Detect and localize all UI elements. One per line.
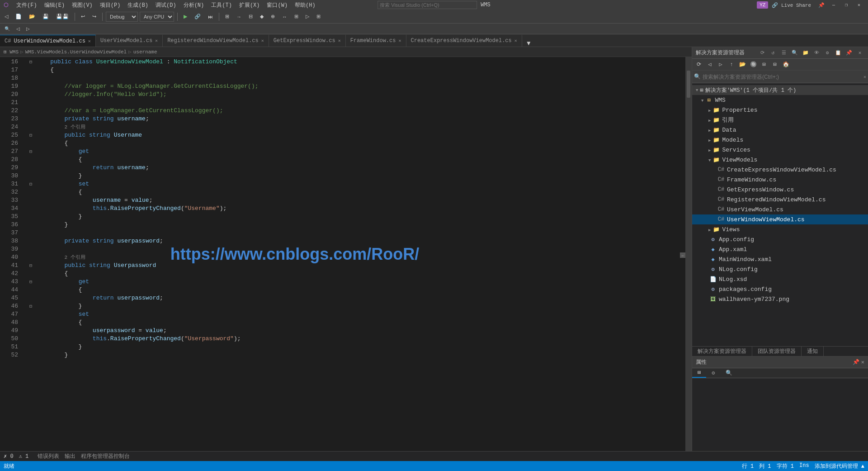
sol-tb-filter[interactable]: ⊟ bbox=[759, 60, 769, 70]
data-expand-icon[interactable] bbox=[708, 127, 711, 133]
error-count[interactable]: ✗ 0 bbox=[4, 453, 14, 460]
sol-tb-folder[interactable]: 📂 bbox=[737, 60, 747, 70]
menu-edit[interactable]: 编辑(E) bbox=[42, 0, 68, 10]
search-close[interactable]: ✕ bbox=[863, 74, 866, 80]
ind-41[interactable]: ⊟ bbox=[27, 262, 34, 270]
sol-tab-team[interactable]: 团队资源管理器 bbox=[752, 347, 802, 356]
tree-registeredwindow[interactable]: C# RegisteredWindowViewModel.cs bbox=[692, 195, 868, 205]
models-expand-icon[interactable] bbox=[708, 137, 711, 143]
restore-button[interactable]: ❐ bbox=[841, 0, 852, 10]
menu-file[interactable]: 文件(F) bbox=[14, 0, 40, 10]
menu-view[interactable]: 视图(V) bbox=[69, 0, 95, 10]
tree-models[interactable]: 📁 Models bbox=[692, 135, 868, 145]
tab-userwindowviewmodel[interactable]: C# UserWindowViewModel.cs ✕ bbox=[0, 35, 96, 47]
tab-dropdown-btn[interactable]: ▼ bbox=[522, 40, 535, 47]
sync-btn[interactable]: ⟳ bbox=[758, 49, 767, 57]
package-manager-tab[interactable]: 程序包管理器控制台 bbox=[81, 452, 130, 460]
prop-tab-sort[interactable]: ⚙ bbox=[706, 368, 720, 378]
solution-search-input[interactable] bbox=[701, 74, 863, 80]
breadcrumb-project[interactable]: ⊞ WMS bbox=[4, 49, 19, 55]
toolbar-misc9[interactable]: ⊞ bbox=[314, 12, 323, 22]
tree-getexpresswindow[interactable]: C# GetExpressWindow.cs bbox=[692, 185, 868, 195]
show-all-btn[interactable]: 👁 bbox=[812, 49, 821, 57]
pin-sol-btn[interactable]: 📌 bbox=[844, 49, 854, 57]
tree-viewmodels[interactable]: 📁 ViewModels bbox=[692, 155, 868, 165]
tab-close-4[interactable]: ✕ bbox=[338, 38, 341, 43]
views-expand-icon[interactable] bbox=[708, 226, 711, 233]
wms-expand-icon[interactable] bbox=[701, 97, 703, 104]
sol-tab-notify[interactable]: 通知 bbox=[802, 347, 824, 356]
tree-framewindow[interactable]: C# FrameWindow.cs bbox=[692, 175, 868, 185]
menu-build[interactable]: 生成(B) bbox=[125, 0, 151, 10]
toolbar-misc5[interactable]: ⊕ bbox=[268, 12, 278, 22]
new-folder-btn[interactable]: 📁 bbox=[801, 49, 810, 57]
vertical-scrollbar[interactable] bbox=[685, 57, 692, 451]
prop-tab-search[interactable]: 🔍 bbox=[720, 368, 738, 378]
error-list-tab[interactable]: 错误列表 bbox=[38, 452, 59, 460]
tab-close-5[interactable]: ✕ bbox=[398, 38, 401, 43]
ind-16[interactable]: ⊟ bbox=[27, 58, 34, 66]
filter-btn[interactable]: ☰ bbox=[779, 49, 788, 57]
toolbar-back-btn[interactable]: ◁ bbox=[2, 12, 11, 22]
menu-project[interactable]: 项目(P) bbox=[97, 0, 123, 10]
panel-toggle[interactable]: 📌 bbox=[818, 2, 825, 8]
tree-userwindowviewmodel[interactable]: C# UserWindowViewModel.cs bbox=[692, 214, 868, 224]
sol-tb-show-all[interactable]: 🔘 bbox=[748, 60, 758, 70]
ind-27[interactable]: ⊟ bbox=[27, 147, 34, 156]
search-sol-btn[interactable]: 🔍 bbox=[790, 49, 799, 57]
toolbar-save-all-btn[interactable]: 💾💾 bbox=[53, 12, 71, 22]
start-button[interactable]: ▶ bbox=[181, 12, 190, 22]
tab-framewindow[interactable]: FrameWindow.cs ✕ bbox=[346, 35, 406, 47]
tree-wallhaven[interactable]: 🖼 wallhaven-ym7237.png bbox=[692, 294, 868, 304]
tab-close-1[interactable]: ✕ bbox=[88, 38, 91, 44]
toolbar-new-btn[interactable]: 📄 bbox=[13, 12, 24, 22]
minimize-button[interactable]: — bbox=[828, 0, 839, 10]
sol-tb-forward[interactable]: ▷ bbox=[716, 60, 726, 70]
debug-config-select[interactable]: Debug Release bbox=[106, 12, 138, 22]
menu-tools[interactable]: 工具(T) bbox=[208, 0, 235, 10]
prop-tab-grid[interactable]: ⊞ bbox=[692, 368, 706, 378]
tab-registeredwindow[interactable]: RegisteredWindowViewModel.cs ✕ bbox=[163, 35, 269, 47]
sol-tb-back[interactable]: ◁ bbox=[705, 60, 715, 70]
scrollbar-thumb[interactable] bbox=[687, 71, 690, 98]
tab-close-3[interactable]: ✕ bbox=[261, 38, 264, 43]
ind-31[interactable]: ⊟ bbox=[27, 180, 34, 188]
code-editor-text[interactable]: https://www.cnblogs.com/RooR/ public cla… bbox=[34, 57, 685, 451]
tab-close-2[interactable]: ✕ bbox=[155, 38, 158, 43]
tree-properties[interactable]: 📁 Properties bbox=[692, 105, 868, 115]
output-tab[interactable]: 输出 bbox=[65, 452, 75, 460]
toolbar-save-btn[interactable]: 💾 bbox=[40, 12, 52, 22]
refresh-btn[interactable]: ↺ bbox=[769, 49, 778, 57]
ind-43[interactable]: ⊟ bbox=[27, 278, 34, 286]
tree-references[interactable]: 📁 引用 bbox=[692, 115, 868, 125]
tree-data[interactable]: 📁 Data bbox=[692, 125, 868, 135]
tree-appxaml[interactable]: ◆ App.xaml bbox=[692, 244, 868, 254]
toolbar-misc8[interactable]: ▷ bbox=[303, 12, 312, 22]
tree-packagesconfig[interactable]: ⚙ packages.config bbox=[692, 284, 868, 294]
close-button[interactable]: ✕ bbox=[854, 0, 864, 10]
collapse-marker[interactable]: — bbox=[680, 252, 685, 258]
toolbar-misc1[interactable]: ⊞ bbox=[222, 12, 232, 22]
tree-mainwindow[interactable]: ◆ MainWindow.xaml bbox=[692, 254, 868, 264]
sol-tb-collapse[interactable]: ⊟ bbox=[770, 60, 780, 70]
toolbar-misc4[interactable]: ◆ bbox=[257, 12, 266, 22]
toolbar-step-btn[interactable]: ⏭ bbox=[205, 12, 216, 22]
tb2-btn3[interactable]: ▷ bbox=[24, 24, 33, 34]
services-expand-icon[interactable] bbox=[708, 147, 711, 153]
prop-close-btn[interactable]: ✕ bbox=[861, 359, 864, 366]
search-input[interactable] bbox=[377, 1, 477, 9]
toolbar-undo-btn[interactable]: ↩ bbox=[78, 12, 88, 22]
solution-expand-icon[interactable] bbox=[696, 87, 698, 93]
tree-views[interactable]: 📁 Views bbox=[692, 224, 868, 234]
toolbar-open-btn[interactable]: 📂 bbox=[26, 12, 38, 22]
breadcrumb-member[interactable]: username bbox=[133, 49, 157, 55]
tab-close-6[interactable]: ✕ bbox=[514, 38, 517, 43]
preview-btn[interactable]: 📋 bbox=[834, 49, 843, 57]
breadcrumb-namespace[interactable]: WMS.ViewModels.UserWindowViewModel bbox=[25, 49, 127, 55]
tab-createexpresswindow[interactable]: CreateExpressWindowViewModel.cs ✕ bbox=[406, 35, 522, 47]
tree-appconfig[interactable]: ⚙ App.config bbox=[692, 234, 868, 244]
properties-sol-btn[interactable]: ⚙ bbox=[823, 49, 832, 57]
prop-pin-btn[interactable]: 📌 bbox=[853, 359, 859, 366]
sol-tb-home[interactable]: 🏠 bbox=[781, 60, 791, 70]
platform-select[interactable]: Any CPU bbox=[140, 12, 174, 22]
